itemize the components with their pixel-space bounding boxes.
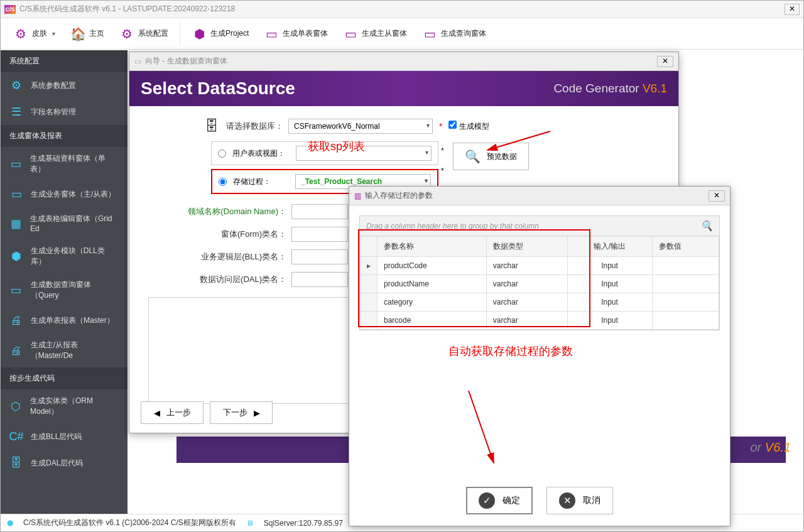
preview-data-button[interactable]: 🔍 预览数据 (453, 143, 529, 170)
sidebar-item-orm[interactable]: ⬡生成实体类（ORM Model） (1, 389, 128, 423)
cell-data-type[interactable]: varchar (486, 312, 567, 330)
domain-label: 领域名称(Domain Name)： (148, 206, 286, 217)
cell-value[interactable] (652, 293, 719, 312)
cell-direction[interactable]: Input (567, 293, 652, 312)
toolbar-home[interactable]: 🏠主页 (64, 23, 111, 45)
table-select[interactable]: ▾ (296, 146, 432, 161)
toolbar-skin[interactable]: ⚙皮肤▾ (7, 23, 62, 45)
database-icon: 🗄 (205, 117, 222, 135)
list-icon: ☰ (9, 105, 23, 119)
db-label: 请选择数据库： (226, 121, 283, 132)
cell-data-type[interactable]: varchar (486, 257, 567, 275)
table-row[interactable]: ▸ productCode varchar Input (361, 257, 719, 275)
gear-icon: ⚙ (13, 26, 28, 41)
sidebar-item-biz-form[interactable]: ▭生成业务窗体（主/从表） (1, 181, 128, 207)
cube-icon: ⬡ (9, 399, 23, 413)
csharp-icon: C# (9, 430, 23, 443)
bll-input[interactable] (291, 249, 348, 264)
wizard-header-brand: Code Generator V6.1 (553, 82, 667, 95)
table-row[interactable]: barcode varchar Input (361, 312, 719, 330)
required-mark: * (441, 146, 444, 155)
col-value[interactable]: 参数值 (652, 237, 719, 257)
cell-value[interactable] (652, 275, 719, 293)
search-form-icon: ▭ (422, 26, 437, 41)
cell-data-type[interactable]: varchar (486, 293, 567, 312)
cancel-button[interactable]: ✕取消 (546, 487, 613, 514)
toolbar-gen-query-form[interactable]: ▭生成查询窗体 (416, 23, 492, 45)
next-button[interactable]: 下一步▶ (210, 401, 273, 424)
svg-line-1 (469, 391, 494, 463)
dal-input[interactable] (291, 272, 348, 287)
row-indicator (361, 293, 378, 312)
col-data-type[interactable]: 数据类型 (486, 237, 567, 257)
toolbar-sysconfig[interactable]: ⚙系统配置 (113, 23, 175, 45)
form-label: 窗体(Form)类名： (148, 229, 286, 240)
gears-icon: ⚙ (119, 26, 134, 41)
cell-param-name[interactable]: productName (378, 275, 487, 293)
sidebar: 系统配置 ⚙系统参数配置 ☰字段名称管理 生成窗体及报表 ▭生成基础资料窗体（单… (1, 50, 128, 514)
form-icon: ▭ (264, 26, 279, 41)
cell-direction[interactable]: Input (567, 257, 652, 275)
grid-group-panel[interactable]: Drag a column header here to group by th… (360, 216, 719, 236)
params-title: 输入存储过程的参数 (365, 190, 709, 201)
sidebar-item-basic-form[interactable]: ▭生成基础资料窗体（单表） (1, 147, 128, 181)
print-icon: 🖨 (9, 313, 23, 327)
grid-header-row: 参数名称 数据类型 输入/输出 参数值 (361, 237, 719, 257)
row-indicator (361, 312, 378, 330)
sidebar-item-master-report[interactable]: 🖨生成单表报表（Master） (1, 307, 128, 334)
params-footer: ✓确定 ✕取消 (349, 487, 730, 514)
main-toolbar: ⚙皮肤▾ 🏠主页 ⚙系统配置 ⬢生成Project ▭生成单表窗体 ▭生成主从窗… (1, 18, 803, 50)
domain-input[interactable] (291, 204, 348, 219)
sidebar-item-query-form[interactable]: ▭生成数据查询窗体（Query (1, 273, 128, 307)
sidebar-item-fieldnames[interactable]: ☰字段名称管理 (1, 99, 128, 125)
ok-button[interactable]: ✓确定 (466, 487, 533, 514)
print-icon: 🖨 (9, 344, 23, 357)
dal-label: 数据访问层(DAL)类名： (148, 274, 286, 285)
sidebar-group-sysconfig: 系统配置 (1, 50, 128, 72)
wizard-close-button[interactable]: ✕ (657, 56, 673, 67)
toolbar-gen-project[interactable]: ⬢生成Project (185, 23, 255, 45)
wizard-header: Select DataSource Code Generator V6.1 (129, 71, 678, 106)
cell-value[interactable] (652, 312, 719, 330)
database-icon: 🖥 (246, 519, 254, 528)
db-select[interactable]: CSFrameworkV6_Normal▾ (288, 119, 433, 134)
cell-direction[interactable]: Input (567, 312, 652, 330)
triangle-left-icon: ◀ (154, 408, 160, 418)
gen-model-checkbox[interactable]: 生成模型 (448, 121, 489, 132)
cube-icon: ⬢ (192, 26, 207, 41)
cell-data-type[interactable]: varchar (486, 275, 567, 293)
table-row[interactable]: productName varchar Input (361, 275, 719, 293)
sidebar-item-dll-module[interactable]: ⬢生成业务模块（DLL类库） (1, 239, 128, 273)
sidebar-item-dal[interactable]: 🗄生成DAL层代码 (1, 450, 128, 476)
params-titlebar: ▥ 输入存储过程的参数 ✕ (349, 187, 730, 205)
chevron-down-icon: ▾ (426, 122, 430, 129)
form-input[interactable] (291, 227, 348, 242)
form-icon: ▭ (9, 157, 23, 171)
sidebar-group-genforms: 生成窗体及报表 (1, 125, 128, 147)
radio-table-view[interactable]: 用户表或视图： ▾ (211, 141, 438, 165)
sidebar-item-sysparams[interactable]: ⚙系统参数配置 (1, 72, 128, 99)
bll-label: 业务逻辑层(BLL)类名： (148, 251, 286, 263)
params-body: Drag a column header here to group by th… (349, 205, 730, 340)
row-indicator (361, 275, 378, 293)
main-close-button[interactable]: ✕ (785, 4, 800, 15)
cell-param-name[interactable]: barcode (378, 312, 487, 330)
search-icon[interactable]: 🔍 (700, 220, 713, 232)
cell-param-name[interactable]: productCode (378, 257, 487, 275)
col-param-name[interactable]: 参数名称 (378, 237, 487, 257)
forms-icon: ▭ (343, 26, 358, 41)
prev-button[interactable]: ◀上一步 (141, 401, 204, 424)
sidebar-item-md-report[interactable]: 🖨生成主/从报表（Master/De (1, 334, 128, 367)
table-row[interactable]: category varchar Input (361, 293, 719, 312)
sidebar-item-grid-form[interactable]: ▦生成表格编辑窗体（Grid Ed (1, 207, 128, 239)
params-close-button[interactable]: ✕ (709, 190, 725, 202)
sidebar-item-bll[interactable]: C#生成BLL层代码 (1, 423, 128, 450)
annotation-arrow-2 (453, 388, 503, 469)
cell-value[interactable] (652, 257, 719, 275)
cell-direction[interactable]: Input (567, 275, 652, 293)
col-direction[interactable]: 输入/输出 (567, 237, 652, 257)
sidebar-group-stepgen: 按步生成代码 (1, 367, 128, 389)
toolbar-gen-master-detail[interactable]: ▭生成主从窗体 (337, 23, 413, 45)
toolbar-gen-single-form[interactable]: ▭生成单表窗体 (258, 23, 334, 45)
cell-param-name[interactable]: category (378, 293, 487, 312)
